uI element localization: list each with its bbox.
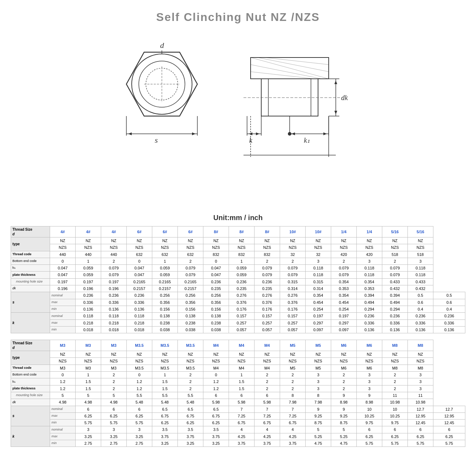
table-cell: 2 xyxy=(331,372,357,378)
table-cell: NZ xyxy=(203,351,229,358)
table-cell: 10.98 xyxy=(382,399,408,406)
table-cell: 5.5 xyxy=(152,392,178,399)
table-cell: 1.5 xyxy=(229,378,255,385)
table-cell: 0.6 xyxy=(433,299,465,306)
table-cell: 0.136 xyxy=(357,326,382,333)
table-cell: 5.75 xyxy=(101,420,127,426)
table-cell: 0.235 xyxy=(229,285,255,292)
table2-header-row: Thread Size d M3 M3 M3 M3.5 M3.5 M3.5 M4… xyxy=(11,340,465,351)
table-cell: 0.138 xyxy=(203,313,229,319)
table-cell: 0.353 xyxy=(331,285,357,292)
col-m35-1: M3.5 xyxy=(127,340,152,351)
svg-marker-31 xyxy=(334,111,337,114)
table-cell: NZS xyxy=(408,358,433,365)
table-cell: 6.25 xyxy=(357,433,382,440)
table-cell: 0.018 xyxy=(76,326,101,333)
col-m6-1: M6 xyxy=(331,340,357,351)
table-cell: 632 xyxy=(127,251,152,258)
table-cell: 2 xyxy=(280,258,306,264)
table-cell: 0.494 xyxy=(357,299,382,306)
table-cell: NZS xyxy=(229,244,255,251)
table-cell: 3.5 xyxy=(152,426,178,433)
table-row: Bottom end code012012012232323 xyxy=(11,372,465,378)
table-cell: 4.98 xyxy=(101,399,127,406)
table-cell: 0.5 xyxy=(408,292,433,299)
table-cell: 0.218 xyxy=(101,319,127,326)
svg-text:k₁: k₁ xyxy=(304,136,310,144)
table-row: mounting hole size5555.55.55.56668899111… xyxy=(11,392,465,399)
table-cell: 3 xyxy=(306,385,331,392)
table-cell: 518 xyxy=(408,251,433,258)
svg-text:dk: dk xyxy=(341,94,348,102)
table-cell: NZ xyxy=(280,237,306,244)
table-cell: 0.276 xyxy=(280,292,306,299)
table-cell: NZ xyxy=(101,351,127,358)
table-cell: 5.75 xyxy=(382,440,408,447)
table-cell: NZ xyxy=(50,237,76,244)
table-cell: 6 xyxy=(357,426,382,433)
table-cell: 440 xyxy=(76,251,101,258)
table-cell: 0.018 xyxy=(101,326,127,333)
thread-size-label: Thread Size d xyxy=(11,226,50,237)
col-8hash-1: 8# xyxy=(203,226,229,237)
table-cell: 0.4 xyxy=(408,306,433,312)
table-cell: 0.079 xyxy=(331,272,357,278)
table-cell: 0 xyxy=(203,372,229,378)
table-cell: 0.079 xyxy=(382,272,408,278)
table-cell: 0.118 xyxy=(408,272,433,278)
table-cell: 0.236 xyxy=(382,313,408,319)
table-cell: 0.118 xyxy=(357,265,382,272)
table-cell: M6 xyxy=(357,365,382,371)
table-cell: 4.75 xyxy=(306,440,331,447)
table-cell: 0.2157 xyxy=(127,285,152,292)
table-cell: 3.5 xyxy=(178,426,203,433)
col-m35-3: M3.5 xyxy=(178,340,203,351)
table-cell: 0.454 xyxy=(306,299,331,306)
table-cell: 9.25 xyxy=(331,412,357,419)
table-cell: 10 xyxy=(382,406,408,412)
table-row: min0.1360.1360.1360.1560.1560.1560.1760.… xyxy=(11,306,465,312)
table-cell: 6 xyxy=(433,426,465,433)
table-cell: 0.235 xyxy=(203,285,229,292)
row-label: mounting hole size xyxy=(11,392,50,399)
table-cell: 2 xyxy=(382,258,408,264)
table-cell: 0.257 xyxy=(229,319,255,326)
table-row: typeNZNZNZNZNZNZNZNZNZNZNZNZNZNZNZ xyxy=(11,237,465,244)
table-cell: 0.059 xyxy=(152,265,178,272)
sub-row-label: max xyxy=(50,412,76,419)
table-cell: 3 xyxy=(408,258,433,264)
table-cell: 0.156 xyxy=(152,306,178,312)
table-cell: 8.75 xyxy=(306,420,331,426)
table-cell: 2 xyxy=(382,372,408,378)
table-cell: 10.25 xyxy=(382,412,408,419)
table-cell: NZS xyxy=(255,244,280,251)
col-10hash-1: 10# xyxy=(280,226,306,237)
table-cell: 9.75 xyxy=(382,420,408,426)
table-cell: 5 xyxy=(50,392,76,399)
row-label: k₁ xyxy=(11,265,50,272)
table-cell: 0.157 xyxy=(255,313,280,319)
table-cell: 3 xyxy=(357,378,382,385)
table-cell: NZ xyxy=(76,237,101,244)
table-cell: 6.5 xyxy=(203,406,229,412)
table-cell: 0.354 xyxy=(357,278,382,285)
table-row: snominal6666.56.56.577799101012.712.7 xyxy=(11,406,465,412)
table-cell: NZ xyxy=(152,237,178,244)
table-metric: Thread Size d M3 M3 M3 M3.5 M3.5 M3.5 M4… xyxy=(11,340,465,447)
table-cell: 6.5 xyxy=(178,406,203,412)
table-cell: 6.25 xyxy=(127,412,152,419)
col-m35-2: M3.5 xyxy=(152,340,178,351)
table-cell: 0.236 xyxy=(101,292,127,299)
table-cell: NZS xyxy=(101,358,127,365)
table-cell: 0.336 xyxy=(76,299,101,306)
table-cell: 2 xyxy=(178,372,203,378)
table-cell: 0 xyxy=(203,258,229,264)
table-cell: 0.196 xyxy=(50,285,76,292)
type-label: type xyxy=(11,351,50,365)
table-row: min2.752.752.753.253.253.253.753.753.754… xyxy=(11,440,465,447)
col-m3-1: M3 xyxy=(50,340,76,351)
table-cell: 0.294 xyxy=(357,306,382,312)
table-header-row: Thread Size d 4# 4# 4# 6# 6# 6# 8# 8# 8#… xyxy=(11,226,465,237)
table-cell: 0.197 xyxy=(306,313,331,319)
table-row: max3.253.253.253.753.753.754.254.254.255… xyxy=(11,433,465,440)
